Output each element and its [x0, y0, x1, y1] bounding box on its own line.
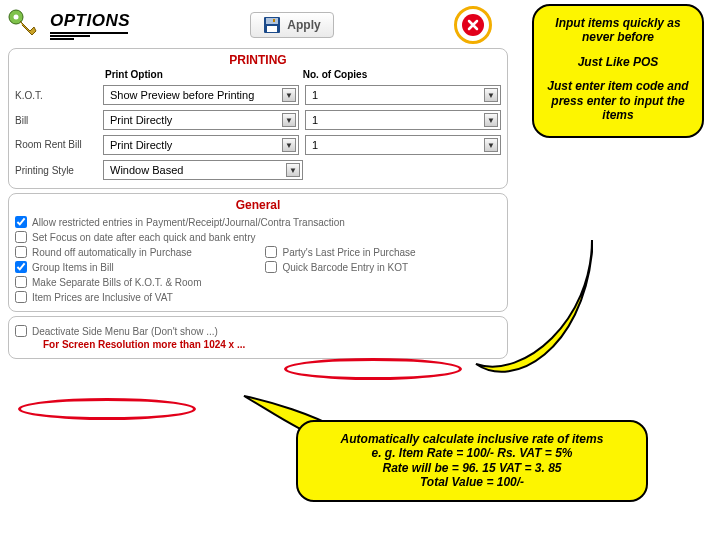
chk-allow-restricted[interactable]: Allow restricted entries in Payment/Rece…	[15, 216, 501, 228]
key-icon	[8, 9, 40, 41]
chk-make-separate[interactable]: Make Separate Bills of K.O.T. & Room	[15, 276, 501, 288]
svg-point-1	[14, 15, 19, 20]
options-title: OPTIONS	[50, 11, 130, 31]
chk-prices-inclusive[interactable]: Item Prices are Inclusive of VAT	[15, 291, 501, 303]
bill-print-option-select[interactable]: Print Directly ▼	[103, 110, 299, 130]
close-icon	[462, 14, 484, 36]
chk-quick-barcode[interactable]: Quick Barcode Entry in KOT	[265, 261, 501, 273]
floppy-icon	[263, 16, 281, 34]
svg-rect-4	[267, 26, 277, 32]
chevron-down-icon: ▼	[484, 113, 498, 127]
chk-set-focus[interactable]: Set Focus on date after each quick and b…	[15, 231, 255, 243]
svg-rect-3	[266, 18, 278, 24]
printing-panel: PRINTING Print Option No. of Copies K.O.…	[8, 48, 508, 189]
topbar: OPTIONS Apply	[0, 0, 500, 44]
row-label: Printing Style	[15, 165, 97, 176]
chevron-down-icon: ▼	[282, 138, 296, 152]
chk-round-off[interactable]: Round off automatically in Purchase	[15, 246, 255, 258]
callout-line: Just Like POS	[542, 55, 694, 69]
callout-line: Rate will be = 96. 15 VAT = 3. 85	[306, 461, 638, 475]
options-title-block: OPTIONS	[50, 11, 130, 40]
print-row-bill: Bill Print Directly ▼ 1 ▼	[15, 110, 501, 130]
highlight-prices-inclusive	[18, 398, 196, 420]
callout-line: Automatically calculate inclusive rate o…	[306, 432, 638, 446]
apply-button[interactable]: Apply	[250, 12, 333, 38]
callout-top: Input items quickly as never before Just…	[532, 4, 704, 138]
highlight-quick-barcode	[284, 358, 462, 380]
close-button[interactable]	[454, 6, 492, 44]
row-label: Room Rent Bill	[15, 140, 97, 151]
row-label: K.O.T.	[15, 90, 97, 101]
bill-copies-select[interactable]: 1 ▼	[305, 110, 501, 130]
general-title: General	[15, 198, 501, 212]
chevron-down-icon: ▼	[286, 163, 300, 177]
room-copies-select[interactable]: 1 ▼	[305, 135, 501, 155]
svg-rect-5	[273, 19, 275, 22]
misc-panel: Deactivate Side Menu Bar (Don't show ...…	[8, 316, 508, 359]
printing-column-headers: Print Option No. of Copies	[15, 69, 501, 80]
chevron-down-icon: ▼	[484, 88, 498, 102]
screen-res-note: For Screen Resolution more than 1024 x .…	[43, 339, 501, 350]
printing-style-select[interactable]: Window Based ▼	[103, 160, 303, 180]
printing-title: PRINTING	[15, 53, 501, 67]
callout-bottom: Automatically calculate inclusive rate o…	[296, 420, 648, 502]
kot-copies-select[interactable]: 1 ▼	[305, 85, 501, 105]
col-print-option: Print Option	[105, 69, 163, 80]
callout-line: Input items quickly as never before	[542, 16, 694, 45]
print-row-style: Printing Style Window Based ▼	[15, 160, 501, 180]
apply-label: Apply	[287, 18, 320, 32]
print-row-room: Room Rent Bill Print Directly ▼ 1 ▼	[15, 135, 501, 155]
chevron-down-icon: ▼	[484, 138, 498, 152]
chk-deactivate-sidebar[interactable]: Deactivate Side Menu Bar (Don't show ...…	[15, 325, 501, 337]
col-copies: No. of Copies	[303, 69, 367, 80]
chevron-down-icon: ▼	[282, 88, 296, 102]
general-panel: General Allow restricted entries in Paym…	[8, 193, 508, 312]
callout-line: Just enter item code and press enter to …	[542, 79, 694, 122]
row-label: Bill	[15, 115, 97, 126]
print-row-kot: K.O.T. Show Preview before Printing ▼ 1 …	[15, 85, 501, 105]
room-print-option-select[interactable]: Print Directly ▼	[103, 135, 299, 155]
chevron-down-icon: ▼	[282, 113, 296, 127]
kot-print-option-select[interactable]: Show Preview before Printing ▼	[103, 85, 299, 105]
chk-group-bill[interactable]: Group Items in Bill	[15, 261, 255, 273]
callout-line: e. g. Item Rate = 100/- Rs. VAT = 5%	[306, 446, 638, 460]
callout-line: Total Value = 100/-	[306, 475, 638, 489]
chk-party-last[interactable]: Party's Last Price in Purchase	[265, 246, 501, 258]
